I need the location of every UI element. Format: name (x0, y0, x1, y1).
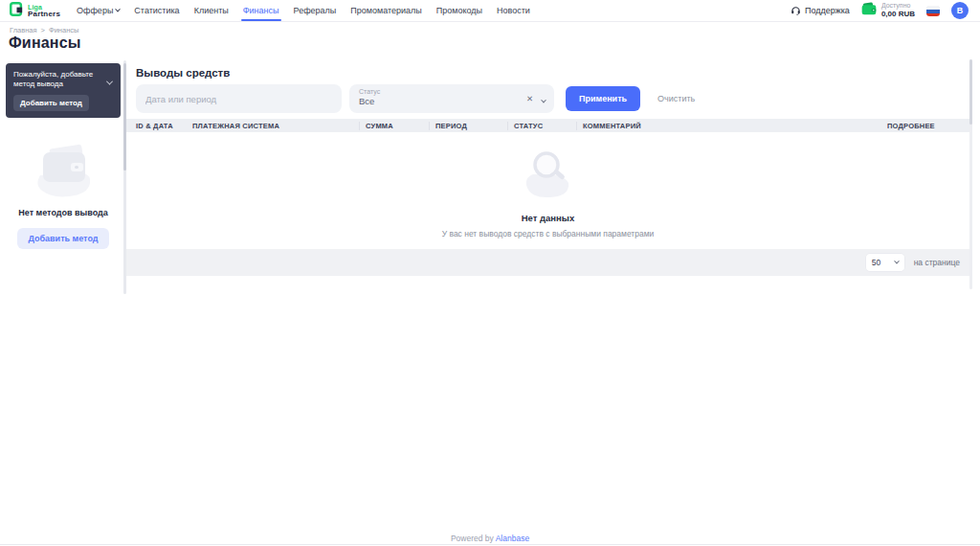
column-header-payment-system: ПЛАТЕЖНАЯ СИСТЕМА (192, 122, 360, 130)
table-header-row: ID & ДАТА ПЛАТЕЖНАЯ СИСТЕМА СУММА ПЕРИОД… (126, 119, 969, 132)
balance-text: Доступно 0,00 RUB (881, 2, 915, 18)
page-title: Финансы (9, 34, 81, 52)
chevron-down-icon (894, 259, 900, 264)
sidebar-empty-title: Нет методов вывода (6, 208, 121, 217)
table-empty-state: Нет данных У вас нет выводов средств с в… (126, 132, 969, 249)
alanbase-link[interactable]: Alanbase (496, 534, 529, 543)
withdrawals-section: Выводы средств Статус Все ✕ Применить Оч… (126, 59, 969, 276)
headset-icon (791, 5, 801, 17)
breadcrumb: Главная > Финансы (10, 26, 78, 34)
app-screen: Liga Partners Офферы Статистика Клиенты … (0, 0, 980, 546)
nav-item-promo-materials[interactable]: Промоматериалы (350, 0, 421, 21)
topbar-right: Поддержка Доступно 0,00 RUB (791, 2, 969, 19)
status-select-icons: ✕ (526, 84, 546, 113)
status-select-value: Все (359, 96, 545, 106)
x-icon[interactable]: ✕ (526, 94, 533, 103)
wallet-illustration (6, 139, 121, 202)
footer-divider (0, 544, 980, 545)
empty-state-title: Нет данных (522, 213, 575, 223)
brand-logo-icon (10, 2, 24, 20)
collapse-chevron-icon[interactable] (107, 72, 112, 89)
nav-item-statistics[interactable]: Статистика (134, 0, 179, 21)
main-scrollbar-thumb[interactable] (969, 59, 972, 125)
sidebar-empty-state: Нет методов вывода Добавить метод (6, 139, 121, 249)
pagination-bar: 50 на странице (126, 249, 969, 276)
balance-widget[interactable]: Доступно 0,00 RUB (861, 2, 915, 19)
column-header-id-date: ID & ДАТА (136, 122, 192, 130)
powered-by-text: Powered by (451, 534, 494, 543)
balance-label: Доступно (881, 2, 915, 10)
per-page-label: на странице (914, 258, 960, 267)
status-select-label: Статус (359, 88, 545, 95)
column-header-details: ПОДРОБНЕЕ (887, 122, 969, 130)
status-select[interactable]: Статус Все ✕ (349, 84, 554, 113)
per-page-value: 50 (872, 258, 880, 267)
nav-item-promo-codes[interactable]: Промокоды (436, 0, 482, 21)
apply-button[interactable]: Применить (566, 86, 640, 111)
add-method-notice-panel: Пожалуйста, добавьте метод вывода Добави… (6, 63, 121, 118)
breadcrumb-separator: > (41, 26, 45, 34)
avatar[interactable]: B (951, 2, 969, 19)
brand-name-bottom: Partners (28, 11, 60, 18)
column-header-period: ПЕРИОД (430, 122, 508, 130)
nav-item-clients[interactable]: Клиенты (194, 0, 229, 21)
support-label: Поддержка (805, 6, 850, 15)
main-nav: Офферы Статистика Клиенты Финансы Рефера… (77, 0, 530, 21)
clear-filters-button[interactable]: Очистить (657, 94, 695, 103)
notice-text: Пожалуйста, добавьте метод вывода (13, 70, 96, 90)
brand-name: Liga Partners (28, 4, 60, 18)
breadcrumb-home[interactable]: Главная (10, 26, 37, 34)
nav-item-referrals[interactable]: Рефералы (294, 0, 337, 21)
empty-state-subtitle: У вас нет выводов средств с выбранными п… (442, 229, 655, 239)
magnifier-illustration (520, 148, 577, 205)
per-page-select[interactable]: 50 (866, 254, 904, 271)
withdrawal-methods-sidebar: Пожалуйста, добавьте метод вывода Добави… (6, 59, 121, 249)
russian-flag-icon[interactable] (926, 6, 940, 16)
chevron-down-icon[interactable] (542, 90, 546, 107)
breadcrumb-current: Финансы (49, 26, 79, 34)
filters-bar: Статус Все ✕ Применить Очистить (136, 84, 960, 113)
column-header-status: СТАТУС (508, 122, 577, 130)
chevron-down-icon (116, 7, 122, 12)
date-period-input[interactable] (136, 84, 342, 113)
balance-value: 0,00 RUB (881, 10, 915, 18)
nav-item-finances[interactable]: Финансы (243, 0, 279, 21)
column-header-comment: КОММЕНТАРИЙ (577, 122, 887, 130)
brand-logo[interactable]: Liga Partners (10, 2, 60, 20)
column-header-amount: СУММА (360, 122, 430, 130)
nav-item-offers-label: Офферы (77, 6, 113, 15)
add-method-button-dark[interactable]: Добавить метод (13, 95, 89, 111)
section-title: Выводы средств (136, 67, 969, 79)
topbar: Liga Partners Офферы Статистика Клиенты … (0, 0, 980, 22)
support-button[interactable]: Поддержка (791, 5, 850, 17)
add-method-button[interactable]: Добавить метод (17, 228, 108, 249)
powered-by-footer: Powered by Alanbase (0, 534, 980, 543)
nav-item-news[interactable]: Новости (497, 0, 530, 21)
green-wallet-icon (861, 2, 877, 19)
nav-item-offers[interactable]: Офферы (77, 0, 120, 21)
